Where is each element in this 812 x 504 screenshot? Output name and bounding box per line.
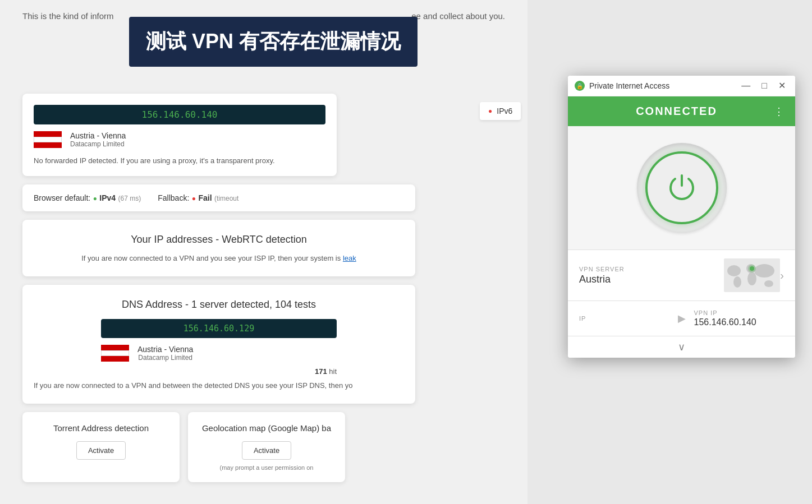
fallback-status: Fail (198, 193, 212, 202)
location-provider: Datacamp Limited (70, 140, 126, 148)
location-flag-row: Austria - Vienna Datacamp Limited (34, 131, 325, 148)
protocol-value: IPv4 (99, 193, 116, 202)
svg-point-5 (754, 264, 774, 278)
bottom-cards-row: Torrent Address detection Activate Geolo… (22, 412, 505, 482)
chevron-right-icon[interactable]: › (780, 269, 784, 282)
pia-titlebar: 🔒 Private Internet Access — □ ✕ (568, 76, 795, 96)
location-name: Austria - Vienna (70, 131, 126, 140)
close-button[interactable]: ✕ (776, 80, 788, 91)
pia-title-left: 🔒 Private Internet Access (575, 81, 669, 91)
pia-window: 🔒 Private Internet Access — □ ✕ CONNECTE… (568, 76, 795, 358)
ipv6-dot: ● (488, 107, 492, 115)
minimize-button[interactable]: — (738, 80, 753, 91)
dns-bottom-text: If you are now connected to a VPN and be… (34, 381, 404, 390)
expand-row[interactable]: ∨ (568, 336, 795, 358)
svg-point-4 (747, 272, 756, 285)
server-label: VPN SERVER (579, 266, 724, 272)
connected-status: CONNECTED (579, 105, 774, 118)
svg-point-2 (733, 276, 741, 288)
server-value: Austria (579, 274, 724, 285)
webpage-background: This is the kind of inform ee and collec… (0, 0, 527, 504)
ipv6-label: IPv6 (497, 107, 512, 115)
connected-bar: CONNECTED ⋮ (568, 96, 795, 126)
no-forward-text: No forwarded IP detected. If you are usi… (34, 156, 325, 165)
torrent-activate-button[interactable]: Activate (76, 441, 126, 460)
geolocation-card: Geolocation map (Google Map) ba Activate… (188, 412, 345, 482)
power-button-area (568, 126, 795, 249)
webrtc-text: If you are now connected to a VPN and yo… (34, 254, 404, 262)
vpn-ip-section: VPN IP 156.146.60.140 (694, 309, 785, 327)
dns-location-info: Austria - Vienna Datacamp Limited (137, 345, 193, 362)
fallback-dot-red: ● (192, 195, 196, 202)
ipv4-ms: (67 ms) (118, 195, 141, 202)
power-outer-ring (637, 143, 727, 233)
ip-card: 156.146.60.140 Austria - Vienna Datacamp… (22, 94, 337, 176)
server-info: VPN SERVER Austria (579, 266, 724, 285)
vpn-ip-label: VPN IP (694, 309, 785, 316)
pia-window-controls: — □ ✕ (738, 80, 788, 91)
three-dots-menu[interactable]: ⋮ (774, 105, 784, 118)
dns-flag-row: Austria - Vienna Datacamp Limited (101, 345, 337, 362)
ip-section: IP (579, 315, 669, 322)
dns-austria-flag (101, 345, 129, 362)
dns-location-name: Austria - Vienna (137, 345, 193, 354)
ipv6-badge: ● IPv6 (480, 102, 521, 120)
ipv4-result-row: Browser default: ● IPv4 (67 ms) Fallback… (22, 184, 415, 211)
vpn-ip-value: 156.146.60.140 (694, 317, 785, 327)
dns-ip-bar: 156.146.60.129 (101, 319, 337, 338)
location-info: Austria - Vienna Datacamp Limited (70, 131, 126, 148)
dns-section: DNS Address - 1 server detected, 104 tes… (22, 285, 415, 404)
geolocation-sub: (may prompt a user permission on (199, 464, 334, 471)
fallback-detail: (timeout (214, 195, 238, 202)
vpn-server-row[interactable]: VPN SERVER Austria (568, 249, 795, 300)
geolocation-card-title: Geolocation map (Google Map) ba (199, 423, 334, 433)
svg-point-8 (748, 265, 756, 272)
webrtc-title: Your IP addresses - WebRTC detection (34, 234, 404, 246)
power-button[interactable] (645, 151, 718, 224)
ip-row: IP ▶ VPN IP 156.146.60.140 (568, 300, 795, 336)
world-map-svg (724, 258, 780, 292)
top-text-right: ee and collect about you. (411, 11, 505, 21)
geolocation-activate-button[interactable]: Activate (242, 441, 291, 460)
ipv4-dot-green: ● (93, 195, 97, 202)
dns-title: DNS Address - 1 server detected, 104 tes… (34, 299, 404, 311)
austria-flag (34, 131, 62, 148)
chevron-down-icon: ∨ (678, 341, 685, 353)
arrow-right-icon: ▶ (678, 312, 686, 325)
maximize-button[interactable]: □ (759, 80, 770, 91)
webrtc-section: Your IP addresses - WebRTC detection If … (22, 220, 415, 276)
webrtc-leak-link[interactable]: leak (343, 254, 356, 262)
ip-label: IP (579, 315, 669, 322)
lock-icon: 🔒 (575, 81, 585, 91)
fallback-label: Fallback: ● Fail (timeout (158, 193, 238, 203)
torrent-card: Torrent Address detection Activate (22, 412, 180, 482)
ip-address-bar: 156.146.60.140 (34, 105, 325, 124)
dns-hit-count: 171 hit (101, 367, 337, 376)
torrent-card-title: Torrent Address detection (34, 423, 168, 433)
dns-provider: Datacamp Limited (137, 354, 193, 362)
chinese-title-banner: 测试 VPN 有否存在泄漏情况 (129, 17, 418, 67)
svg-point-1 (727, 265, 741, 276)
pia-title: Private Internet Access (589, 81, 669, 90)
browser-default-label: Browser default: ● IPv4 (67 ms) (34, 193, 141, 203)
svg-point-6 (764, 280, 773, 287)
world-map-mini (724, 258, 780, 292)
top-text-left: This is the kind of inform (22, 11, 114, 21)
power-icon (665, 171, 699, 205)
